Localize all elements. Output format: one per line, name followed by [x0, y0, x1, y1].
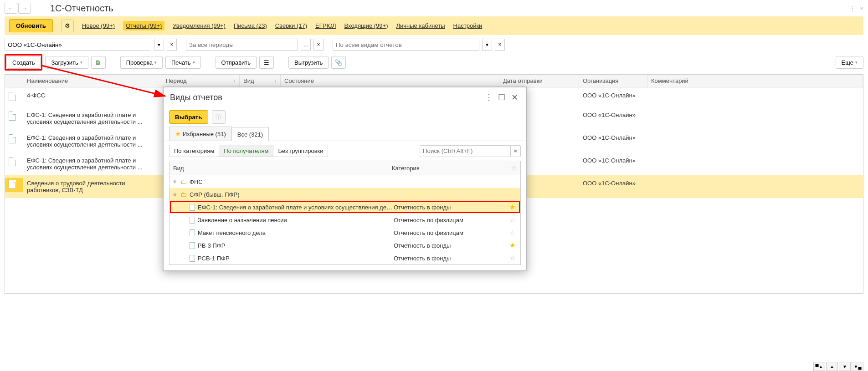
row-org: ООО «1С-Онлайн»	[579, 132, 647, 143]
th-name[interactable]: Наименование↓	[23, 75, 162, 87]
cmd-link-letters[interactable]: Письма (23)	[234, 22, 267, 29]
org-filter-input[interactable]	[5, 39, 151, 51]
send-button[interactable]: Отправить	[216, 56, 257, 69]
search-clear-button[interactable]: ×	[511, 145, 521, 157]
tab-all[interactable]: Все (321)	[231, 127, 269, 141]
reload-file-button[interactable]: 🗎	[91, 56, 106, 69]
forward-button[interactable]: →	[18, 3, 31, 14]
tree-item[interactable]: РВ-3 ПФРОтчетность в фонды★	[169, 239, 520, 252]
kebab-icon[interactable]: ⋮	[849, 5, 855, 12]
info-icon: ⓘ	[216, 113, 221, 121]
tree-label: Заявление о назначении пенсии	[198, 217, 394, 224]
search-input[interactable]	[420, 145, 511, 157]
search-wrap: ×	[420, 145, 521, 157]
row-org: ООО «1С-Онлайн»	[579, 155, 647, 166]
period-filter-input[interactable]	[186, 39, 298, 51]
create-button[interactable]: Создать	[6, 56, 41, 69]
cmd-link-notifications[interactable]: Уведомления (99+)	[173, 22, 226, 29]
th-comment[interactable]: Комментарий	[647, 75, 863, 87]
star-icon[interactable]: ★	[508, 203, 517, 211]
th-period[interactable]: Период↓	[162, 75, 240, 87]
tree-header: Вид Категория ☆	[169, 161, 521, 175]
table-header: Наименование↓ Период↓ Вид↓ Состояние Дат…	[5, 75, 863, 87]
type-clear-button[interactable]: ×	[495, 39, 505, 51]
star-icon: ★	[175, 130, 181, 138]
tree[interactable]: ⊕🗀ФНС⊖🗀СФР (бывш. ПФР)ЕФС-1: Сведения о …	[169, 175, 521, 265]
org-clear-button[interactable]: ×	[167, 39, 177, 51]
seg-by-recipient[interactable]: По получателям	[219, 145, 273, 157]
document-icon	[190, 242, 195, 249]
more-button[interactable]: Еще▾	[836, 56, 863, 69]
seg-no-group[interactable]: Без группировки	[273, 145, 328, 157]
th-icon[interactable]	[5, 75, 23, 87]
th-state[interactable]: Состояние	[281, 75, 499, 87]
star-icon[interactable]: ★	[508, 241, 517, 249]
star-icon[interactable]: ☆	[508, 216, 517, 224]
chevron-down-icon: ▾	[80, 60, 82, 65]
select-button[interactable]: Выбрать	[169, 110, 208, 124]
tree-folder[interactable]: ⊕🗀ФНС	[169, 175, 520, 188]
back-button[interactable]: ←	[5, 3, 17, 14]
cmd-link-egrul[interactable]: ЕГРЮЛ	[315, 22, 336, 29]
star-column-icon[interactable]: ☆	[511, 164, 517, 172]
tree-hdr-vid[interactable]: Вид	[173, 165, 392, 172]
period-pick-button[interactable]: ...	[301, 39, 311, 51]
cmd-link-reports[interactable]: Отчеты (99+)	[123, 21, 164, 30]
print-button[interactable]: Печать▾	[165, 56, 201, 69]
close-icon[interactable]: ×	[860, 5, 863, 12]
th-vid[interactable]: Вид↓	[240, 75, 281, 87]
check-button[interactable]: Проверка▾	[120, 56, 163, 69]
star-icon[interactable]: ☆	[508, 254, 517, 262]
cmd-link-new[interactable]: Новое (99+)	[82, 22, 115, 29]
document-icon	[190, 255, 195, 262]
tree-folder[interactable]: ⊖🗀СФР (бывш. ПФР)	[169, 188, 520, 201]
export-button[interactable]: Выгрузить	[288, 56, 329, 69]
th-sent-date[interactable]: Дата отправки	[499, 75, 579, 87]
star-icon[interactable]: ☆	[508, 229, 517, 237]
row-comment	[647, 132, 863, 136]
maximize-icon[interactable]: ☐	[496, 92, 507, 103]
toolbar: Создать Загрузить▾ 🗎 Проверка▾ Печать▾ О…	[0, 54, 868, 74]
report-types-modal: Виды отчетов ⋮ ☐ ✕ Выбрать ⓘ ★Избранные …	[163, 86, 527, 271]
info-button[interactable]: ⓘ	[212, 110, 226, 124]
cmd-link-reconciliations[interactable]: Сверки (17)	[275, 22, 307, 29]
period-clear-button[interactable]: ×	[313, 39, 324, 51]
kebab-icon[interactable]: ⋮	[483, 92, 494, 103]
document-icon	[190, 229, 195, 236]
modal-titlebar: Виды отчетов ⋮ ☐ ✕	[164, 87, 526, 107]
document-icon	[9, 134, 16, 143]
tree-item[interactable]: ЕФС-1: Сведения о заработной плате и усл…	[169, 201, 520, 213]
update-button[interactable]: Обновить	[9, 19, 53, 32]
titlebar: ← → 1С-Отчетность ⋮ ×	[0, 0, 868, 16]
type-dropdown-button[interactable]: ▾	[482, 39, 492, 51]
cmd-link-settings[interactable]: Настройки	[453, 22, 483, 29]
modal-filters: По категориям По получателям Без группир…	[164, 141, 526, 161]
tree-item[interactable]: РСВ-1 ПФРОтчетность в фонды☆	[169, 252, 520, 264]
tree-category: Отчетность в фонды	[394, 255, 508, 262]
expand-icon[interactable]: ⊖	[173, 192, 179, 197]
row-name: ЕФС-1: Сведения о заработной плате и усл…	[23, 155, 162, 173]
load-button[interactable]: Загрузить▾	[45, 56, 88, 69]
row-icon-cell	[5, 110, 23, 124]
tree-item[interactable]: Макет пенсионного делаОтчетность по физл…	[169, 226, 520, 239]
cmd-link-cabinets[interactable]: Личные кабинеты	[396, 22, 445, 29]
attach-button[interactable]: 📎	[331, 56, 346, 69]
gear-button[interactable]: ⚙	[61, 20, 74, 32]
row-org: ООО «1С-Онлайн»	[579, 110, 647, 120]
tree-hdr-cat[interactable]: Категория	[392, 165, 511, 172]
list-button[interactable]: ☰	[259, 56, 274, 69]
row-name: ЕФС-1: Сведения о заработной плате и усл…	[23, 110, 162, 127]
tab-favorites[interactable]: ★Избранные (51)	[169, 127, 232, 141]
th-org[interactable]: Организация	[579, 75, 647, 87]
seg-by-category[interactable]: По категориям	[169, 145, 219, 157]
close-icon[interactable]: ✕	[509, 92, 520, 103]
row-icon-cell	[5, 178, 23, 192]
cmd-link-incoming[interactable]: Входящие (99+)	[344, 22, 388, 29]
row-name: 4-ФСС	[23, 90, 162, 101]
folder-icon: 🗀	[180, 191, 187, 198]
document-icon	[190, 204, 195, 211]
type-filter-input[interactable]	[333, 39, 479, 51]
tree-item[interactable]: Заявление о назначении пенсииОтчетность …	[169, 213, 520, 226]
org-dropdown-button[interactable]: ▾	[154, 39, 164, 51]
expand-icon[interactable]: ⊕	[173, 179, 179, 184]
